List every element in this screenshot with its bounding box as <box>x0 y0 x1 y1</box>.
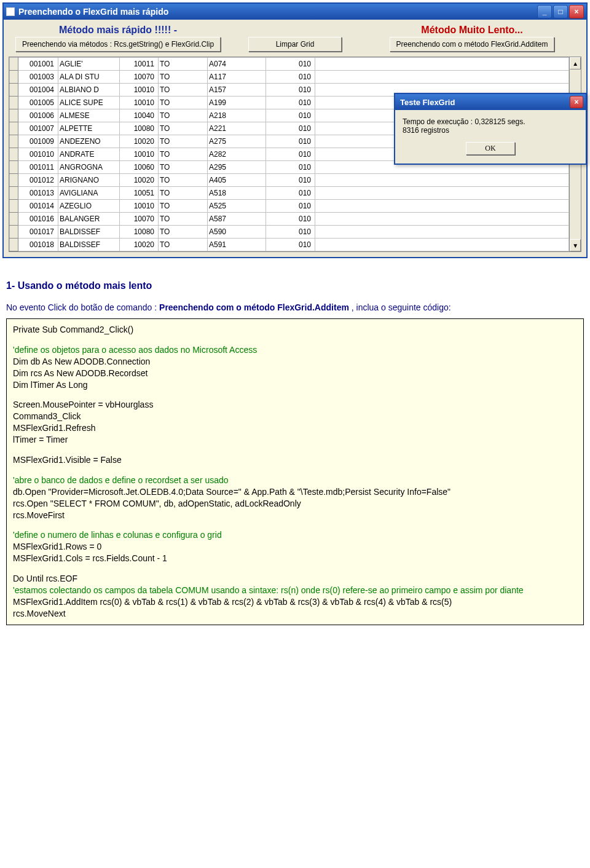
fast-method-button[interactable]: Preenchendo via métodos : Rcs.getString(… <box>15 37 221 52</box>
code-line: Dim lTimer As Long <box>13 380 88 390</box>
slow-method-button[interactable]: Preenchendo com o método FlexGrid.Addite… <box>390 37 555 52</box>
cell-c3: 10070 <box>120 71 159 84</box>
article-section: 1- Usando o método mais lento No evento … <box>0 261 590 631</box>
code-line: Screen.MousePointer = vbHourglass <box>13 400 153 409</box>
cell-c4: TO <box>159 148 208 161</box>
maximize-button[interactable]: □ <box>553 5 568 18</box>
cell-c5: A275 <box>208 135 266 148</box>
cell-c6: 010 <box>266 97 315 109</box>
dialog-ok-button[interactable]: OK <box>466 142 514 155</box>
minimize-button[interactable]: _ <box>537 5 552 18</box>
cell-c1: 001003 <box>18 71 58 84</box>
window-title: Preenchendo o FlexGrid mais rápido <box>18 7 168 17</box>
cell-c4: TO <box>159 226 208 239</box>
row-selector[interactable] <box>10 58 18 71</box>
cell-c5: A587 <box>208 213 266 226</box>
cell-c4: TO <box>159 213 208 226</box>
row-selector[interactable] <box>10 226 18 239</box>
row-selector[interactable] <box>10 135 18 148</box>
code-line: Dim db As New ADODB.Connection <box>13 357 150 366</box>
code-comment: 'estamos colectando os campos da tabela … <box>13 585 524 595</box>
code-line: MSFlexGrid1.AddItem rcs(0) & vbTab & rcs… <box>13 597 452 607</box>
cell-c5: A518 <box>208 187 266 200</box>
section-paragraph: No evento Click do botão de comando : Pr… <box>6 302 584 312</box>
table-row[interactable]: 001014AZEGLIO10010TOA525010 <box>10 200 569 213</box>
row-selector[interactable] <box>10 200 18 213</box>
cell-c4: TO <box>159 200 208 213</box>
row-selector[interactable] <box>10 97 18 109</box>
cell-rest <box>315 213 569 226</box>
cell-c3: 10020 <box>120 135 159 148</box>
cell-c6: 010 <box>266 226 315 239</box>
cell-c6: 010 <box>266 58 315 71</box>
row-selector[interactable] <box>10 239 18 251</box>
cell-c1: 001004 <box>18 84 58 97</box>
cell-c1: 001010 <box>18 148 58 161</box>
row-selector[interactable] <box>10 122 18 135</box>
table-row[interactable]: 001016BALANGER10070TOA587010 <box>10 213 569 226</box>
code-line: rcs.MoveNext <box>13 609 66 618</box>
table-row[interactable]: 001003ALA DI STU10070TOA117010 <box>10 71 569 84</box>
cell-c3: 10011 <box>120 58 159 71</box>
cell-c2: AZEGLIO <box>58 200 120 213</box>
cell-c1: 001017 <box>18 226 58 239</box>
row-selector[interactable] <box>10 71 18 84</box>
cell-c4: TO <box>159 135 208 148</box>
cell-c3: 10040 <box>120 109 159 122</box>
cell-c2: ANDEZENO <box>58 135 120 148</box>
code-line: db.Open "Provider=Microsoft.Jet.OLEDB.4.… <box>13 487 450 497</box>
cell-c2: AGLIE' <box>58 58 120 71</box>
code-line: MSFlexGrid1.Rows = 0 <box>13 542 101 551</box>
scroll-down-icon[interactable]: ▼ <box>570 239 581 251</box>
cell-c2: AVIGLIANA <box>58 187 120 200</box>
clear-grid-button[interactable]: Limpar Grid <box>248 37 342 52</box>
code-line: MSFlexGrid1.Cols = rcs.Fields.Count - 1 <box>13 553 167 563</box>
cell-c1: 001013 <box>18 187 58 200</box>
cell-c4: TO <box>159 161 208 174</box>
dialog-line1: Tempo de execução : 0,328125 segs. <box>403 117 578 126</box>
cell-c1: 001014 <box>18 200 58 213</box>
cell-c1: 001016 <box>18 213 58 226</box>
row-selector[interactable] <box>10 174 18 187</box>
row-selector[interactable] <box>10 84 18 97</box>
code-comment: 'define o numero de linhas e colunas e c… <box>13 530 222 540</box>
cell-c3: 10080 <box>120 122 159 135</box>
cell-c6: 010 <box>266 200 315 213</box>
cell-c1: 001006 <box>18 109 58 122</box>
code-line: MSFlexGrid1.Refresh <box>13 423 96 433</box>
cell-c2: ALA DI STU <box>58 71 120 84</box>
cell-c2: ALICE SUPE <box>58 97 120 109</box>
code-box: Private Sub Command2_Click() 'define os … <box>6 318 584 625</box>
row-selector[interactable] <box>10 161 18 174</box>
row-selector[interactable] <box>10 109 18 122</box>
cell-c4: TO <box>159 174 208 187</box>
cell-c5: A295 <box>208 161 266 174</box>
cell-c5: A218 <box>208 109 266 122</box>
table-row[interactable]: 001017BALDISSEF10080TOA590010 <box>10 226 569 239</box>
row-selector[interactable] <box>10 148 18 161</box>
row-selector[interactable] <box>10 187 18 200</box>
cell-c3: 10080 <box>120 226 159 239</box>
code-line: Private Sub Command2_Click() <box>13 325 133 334</box>
cell-rest <box>315 187 569 200</box>
cell-c3: 10070 <box>120 213 159 226</box>
cell-c2: ARIGNANO <box>58 174 120 187</box>
row-selector[interactable] <box>10 213 18 226</box>
cell-c4: TO <box>159 239 208 251</box>
cell-rest <box>315 71 569 84</box>
cell-c6: 010 <box>266 122 315 135</box>
cell-c6: 010 <box>266 109 315 122</box>
close-button[interactable]: × <box>569 5 584 18</box>
flexgrid[interactable]: 001001AGLIE'10011TOA074010001003ALA DI S… <box>9 57 581 252</box>
cell-c2: BALANGER <box>58 213 120 226</box>
cell-c6: 010 <box>266 187 315 200</box>
main-window: Preenchendo o FlexGrid mais rápido _ □ ×… <box>2 2 588 258</box>
scroll-up-icon[interactable]: ▲ <box>570 57 581 69</box>
dialog-close-button[interactable]: × <box>570 96 583 108</box>
table-row[interactable]: 001013AVIGLIANA10051TOA518010 <box>10 187 569 200</box>
cell-c5: A157 <box>208 84 266 97</box>
cell-c5: A117 <box>208 71 266 84</box>
table-row[interactable]: 001018BALDISSEF10020TOA591010 <box>10 239 569 251</box>
table-row[interactable]: 001012ARIGNANO10020TOA405010 <box>10 174 569 187</box>
table-row[interactable]: 001001AGLIE'10011TOA074010 <box>10 58 569 71</box>
